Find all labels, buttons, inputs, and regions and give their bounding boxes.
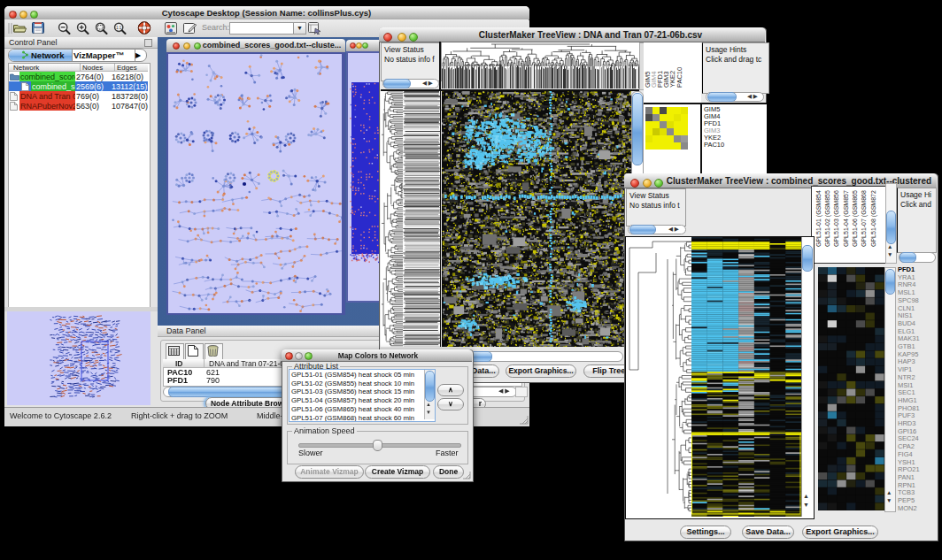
svg-text:1:1: 1:1 (116, 26, 122, 30)
